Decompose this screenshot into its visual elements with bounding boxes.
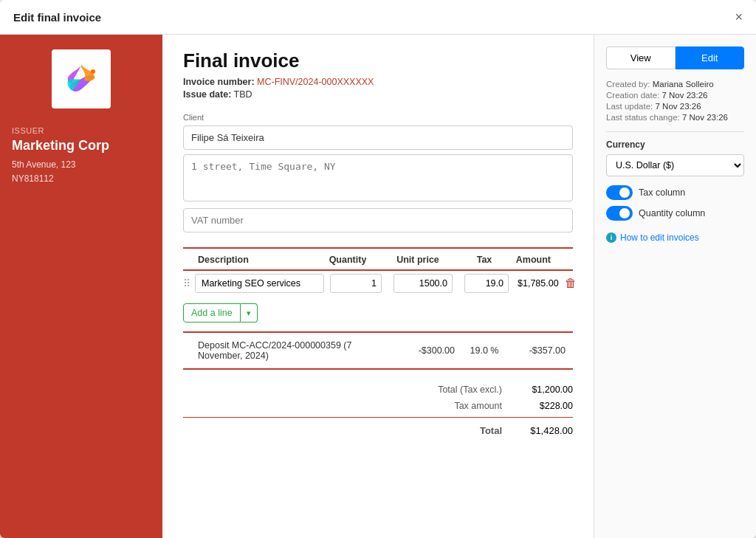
currency-label: Currency bbox=[606, 139, 744, 150]
created-by-value: Mariana Solleiro bbox=[653, 80, 714, 89]
help-link[interactable]: i How to edit invoices bbox=[606, 232, 744, 243]
table-header: Description Quantity Unit price Tax Amou… bbox=[183, 249, 573, 269]
client-section-label: Client bbox=[183, 113, 573, 122]
logo-box bbox=[52, 49, 111, 108]
tax-column-toggle-row: Tax column bbox=[606, 185, 744, 200]
company-name: Marketing Corp bbox=[12, 138, 109, 154]
invoice-date-value: TBD bbox=[234, 89, 252, 100]
address-line2: NY818112 bbox=[12, 172, 76, 186]
invoice-number-value: MC-FINV/2024-000XXXXXX bbox=[257, 77, 374, 87]
total-final-row: Total $1,428.00 bbox=[183, 421, 573, 441]
deposit-description: Deposit MC-ACC/2024-000000359 (7 Novembe… bbox=[183, 340, 381, 361]
deposit-tax: 19.0 % bbox=[455, 345, 514, 356]
issuer-address: 5th Avenue, 123 NY818112 bbox=[12, 158, 76, 186]
table-row: ⠿ $1,785.00 🗑 bbox=[183, 271, 573, 296]
col-quantity-header: Quantity bbox=[315, 255, 381, 265]
last-update-label: Last update: bbox=[606, 102, 653, 111]
edit-tab[interactable]: Edit bbox=[676, 46, 745, 69]
client-section: Client bbox=[183, 113, 573, 232]
client-address-input[interactable] bbox=[183, 154, 573, 201]
quantity-column-toggle[interactable] bbox=[606, 206, 633, 221]
tax-amount-value: $228.00 bbox=[514, 401, 573, 411]
creation-date-row: Creation date: 7 Nov 23:26 bbox=[606, 91, 744, 100]
description-input[interactable] bbox=[195, 274, 324, 293]
modal: Edit final invoice × bbox=[0, 0, 756, 538]
modal-body: Issuer Marketing Corp 5th Avenue, 123 NY… bbox=[0, 35, 756, 538]
issuer-label: Issuer bbox=[12, 126, 44, 135]
line-amount: $1,785.00 bbox=[518, 278, 559, 289]
creation-date-label: Creation date: bbox=[606, 91, 659, 100]
last-status-label: Last status change: bbox=[606, 113, 680, 122]
help-link-text: How to edit invoices bbox=[620, 232, 699, 243]
last-update-row: Last update: 7 Nov 23:26 bbox=[606, 102, 744, 111]
quantity-column-label: Quantity column bbox=[639, 208, 705, 218]
total-label: Total bbox=[480, 425, 502, 436]
invoice-date-row: Issue date: TBD bbox=[183, 89, 573, 100]
last-status-value: 7 Nov 23:26 bbox=[682, 113, 728, 122]
tax-amount-row: Tax amount $228.00 bbox=[183, 398, 573, 414]
modal-header: Edit final invoice × bbox=[0, 0, 756, 35]
currency-select[interactable]: U.S. Dollar ($) bbox=[606, 154, 744, 176]
invoice-number-label: Invoice number: bbox=[183, 77, 255, 87]
last-status-row: Last status change: 7 Nov 23:26 bbox=[606, 113, 744, 122]
invoice-title: Final invoice bbox=[183, 49, 573, 72]
main-content: Final invoice Invoice number: MC-FINV/20… bbox=[162, 35, 594, 538]
company-logo-icon bbox=[61, 58, 102, 100]
address-line1: 5th Avenue, 123 bbox=[12, 158, 76, 172]
deposit-total: -$357.00 bbox=[514, 345, 573, 356]
deposit-row: Deposit MC-ACC/2024-000000359 (7 Novembe… bbox=[183, 333, 573, 368]
creation-date-value: 7 Nov 23:26 bbox=[662, 91, 707, 100]
total-tax-excl-row: Total (Tax excl.) $1,200.00 bbox=[183, 382, 573, 398]
vat-input[interactable] bbox=[183, 208, 573, 232]
view-tab[interactable]: View bbox=[606, 46, 676, 69]
total-value: $1,428.00 bbox=[514, 425, 573, 436]
col-amount-header: Amount bbox=[514, 255, 573, 265]
deposit-amount: -$300.00 bbox=[381, 345, 455, 356]
info-icon: i bbox=[606, 232, 616, 243]
delete-line-button[interactable]: 🗑 bbox=[565, 277, 577, 290]
totals-section: Total (Tax excl.) $1,200.00 Tax amount $… bbox=[183, 376, 573, 441]
tax-column-label: Tax column bbox=[639, 187, 685, 198]
total-divider bbox=[183, 417, 573, 418]
right-panel: View Edit Created by: Mariana Solleiro C… bbox=[594, 35, 756, 538]
total-tax-excl-label: Total (Tax excl.) bbox=[438, 384, 502, 395]
col-description-header: Description bbox=[183, 255, 315, 265]
invoice-number-row: Invoice number: MC-FINV/2024-000XXXXXX bbox=[183, 77, 573, 87]
created-by-row: Created by: Mariana Solleiro bbox=[606, 80, 744, 89]
drag-handle-icon[interactable]: ⠿ bbox=[183, 277, 190, 289]
add-line-group: Add a line ▾ bbox=[183, 303, 573, 323]
totals-top-divider bbox=[183, 368, 573, 370]
unit-price-input[interactable] bbox=[394, 274, 453, 293]
total-tax-excl-value: $1,200.00 bbox=[514, 384, 573, 395]
invoice-date-label: Issue date: bbox=[183, 89, 231, 100]
tax-input[interactable] bbox=[464, 274, 509, 293]
col-tax-header: Tax bbox=[455, 255, 514, 265]
view-edit-tabs: View Edit bbox=[606, 46, 744, 69]
svg-point-0 bbox=[91, 69, 95, 74]
add-line-button[interactable]: Add a line bbox=[183, 303, 241, 323]
tax-amount-label: Tax amount bbox=[454, 401, 502, 411]
tax-column-toggle[interactable] bbox=[606, 185, 633, 200]
client-name-input[interactable] bbox=[183, 125, 573, 150]
quantity-column-toggle-row: Quantity column bbox=[606, 206, 744, 221]
sidebar: Issuer Marketing Corp 5th Avenue, 123 NY… bbox=[0, 35, 162, 538]
modal-title: Edit final invoice bbox=[13, 11, 101, 24]
col-unit-price-header: Unit price bbox=[381, 255, 455, 265]
created-by-label: Created by: bbox=[606, 80, 650, 89]
quantity-input[interactable] bbox=[330, 274, 382, 293]
close-button[interactable]: × bbox=[735, 10, 743, 24]
last-update-value: 7 Nov 23:26 bbox=[656, 102, 701, 111]
invoice-table: Description Quantity Unit price Tax Amou… bbox=[183, 247, 573, 441]
add-line-dropdown-button[interactable]: ▾ bbox=[241, 303, 258, 323]
panel-divider-1 bbox=[606, 131, 744, 132]
